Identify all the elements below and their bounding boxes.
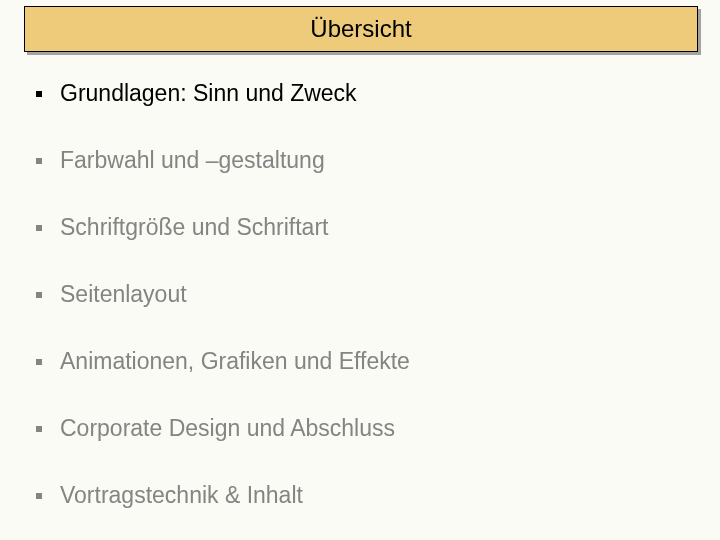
list-item: Vortragstechnik & Inhalt [36, 482, 684, 509]
list-item-label: Vortragstechnik & Inhalt [60, 482, 303, 509]
slide: Übersicht Grundlagen: Sinn und Zweck Far… [0, 0, 720, 540]
list-item-label: Corporate Design und Abschluss [60, 415, 395, 442]
list-item: Schriftgröße und Schriftart [36, 214, 684, 241]
bullet-icon [36, 359, 42, 365]
list-item-label: Animationen, Grafiken und Effekte [60, 348, 410, 375]
bullet-icon [36, 158, 42, 164]
bullet-list: Grundlagen: Sinn und Zweck Farbwahl und … [36, 80, 684, 540]
list-item: Grundlagen: Sinn und Zweck [36, 80, 684, 107]
list-item: Animationen, Grafiken und Effekte [36, 348, 684, 375]
list-item: Farbwahl und –gestaltung [36, 147, 684, 174]
list-item: Corporate Design und Abschluss [36, 415, 684, 442]
bullet-icon [36, 91, 42, 97]
list-item-label: Grundlagen: Sinn und Zweck [60, 80, 357, 107]
list-item-label: Farbwahl und –gestaltung [60, 147, 325, 174]
bullet-icon [36, 426, 42, 432]
bullet-icon [36, 493, 42, 499]
bullet-icon [36, 292, 42, 298]
list-item-label: Schriftgröße und Schriftart [60, 214, 328, 241]
title-box: Übersicht [24, 6, 698, 52]
slide-title: Übersicht [310, 15, 411, 43]
bullet-icon [36, 225, 42, 231]
list-item-label: Seitenlayout [60, 281, 187, 308]
list-item: Seitenlayout [36, 281, 684, 308]
